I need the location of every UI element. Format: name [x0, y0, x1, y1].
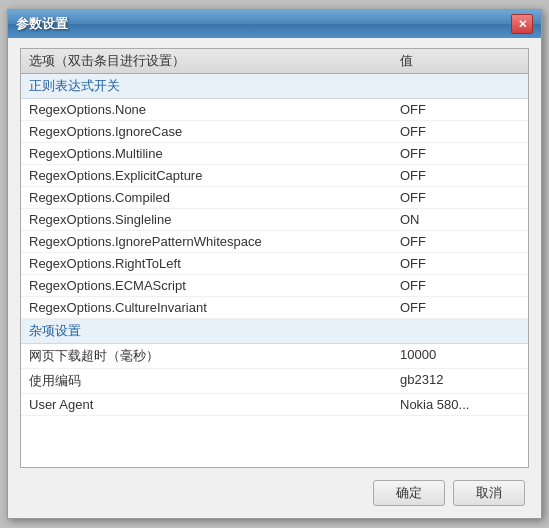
section-header-misc-section: 杂项设置	[21, 319, 528, 344]
table-row[interactable]: 网页下载超时（毫秒）10000	[21, 344, 528, 369]
close-button[interactable]: ✕	[511, 14, 533, 34]
value-cell: OFF	[400, 101, 520, 118]
cancel-button[interactable]: 取消	[453, 480, 525, 506]
value-cell: OFF	[400, 189, 520, 206]
option-cell: RegexOptions.RightToLeft	[29, 255, 400, 272]
value-cell: Nokia 580...	[400, 396, 520, 413]
table-row[interactable]: RegexOptions.CompiledOFF	[21, 187, 528, 209]
value-cell: gb2312	[400, 371, 520, 391]
table-row[interactable]: RegexOptions.MultilineOFF	[21, 143, 528, 165]
footer-buttons: 确定 取消	[20, 480, 529, 506]
window-title: 参数设置	[16, 15, 68, 33]
title-bar-controls: ✕	[511, 14, 533, 34]
option-cell: 网页下载超时（毫秒）	[29, 346, 400, 366]
table-row[interactable]: RegexOptions.CultureInvariantOFF	[21, 297, 528, 319]
value-cell: OFF	[400, 145, 520, 162]
settings-table: 选项（双击条目进行设置） 值 正则表达式开关RegexOptions.NoneO…	[20, 48, 529, 468]
main-window: 参数设置 ✕ 选项（双击条目进行设置） 值 正则表达式开关RegexOption…	[7, 9, 542, 519]
table-row[interactable]: RegexOptions.IgnorePatternWhitespaceOFF	[21, 231, 528, 253]
value-cell: ON	[400, 211, 520, 228]
option-cell: RegexOptions.None	[29, 101, 400, 118]
table-row[interactable]: RegexOptions.ECMAScriptOFF	[21, 275, 528, 297]
value-cell: OFF	[400, 277, 520, 294]
table-header: 选项（双击条目进行设置） 值	[21, 49, 528, 74]
option-cell: RegexOptions.ExplicitCapture	[29, 167, 400, 184]
table-row[interactable]: 使用编码gb2312	[21, 369, 528, 394]
table-row[interactable]: User AgentNokia 580...	[21, 394, 528, 416]
option-cell: RegexOptions.IgnoreCase	[29, 123, 400, 140]
option-cell: RegexOptions.Compiled	[29, 189, 400, 206]
table-row[interactable]: RegexOptions.ExplicitCaptureOFF	[21, 165, 528, 187]
table-body: 正则表达式开关RegexOptions.NoneOFFRegexOptions.…	[21, 74, 528, 416]
title-bar: 参数设置 ✕	[8, 10, 541, 38]
option-cell: RegexOptions.Multiline	[29, 145, 400, 162]
option-cell: RegexOptions.Singleline	[29, 211, 400, 228]
table-row[interactable]: RegexOptions.SinglelineON	[21, 209, 528, 231]
value-cell: OFF	[400, 299, 520, 316]
value-column-header: 值	[400, 52, 520, 70]
value-cell: OFF	[400, 255, 520, 272]
section-header-regex-section: 正则表达式开关	[21, 74, 528, 99]
table-row[interactable]: RegexOptions.IgnoreCaseOFF	[21, 121, 528, 143]
value-cell: 10000	[400, 346, 520, 366]
table-row[interactable]: RegexOptions.RightToLeftOFF	[21, 253, 528, 275]
option-cell: 使用编码	[29, 371, 400, 391]
value-cell: OFF	[400, 167, 520, 184]
table-row[interactable]: RegexOptions.NoneOFF	[21, 99, 528, 121]
window-content: 选项（双击条目进行设置） 值 正则表达式开关RegexOptions.NoneO…	[8, 38, 541, 518]
option-cell: RegexOptions.ECMAScript	[29, 277, 400, 294]
value-cell: OFF	[400, 123, 520, 140]
confirm-button[interactable]: 确定	[373, 480, 445, 506]
value-cell: OFF	[400, 233, 520, 250]
option-column-header: 选项（双击条目进行设置）	[29, 52, 400, 70]
option-cell: RegexOptions.CultureInvariant	[29, 299, 400, 316]
option-cell: User Agent	[29, 396, 400, 413]
option-cell: RegexOptions.IgnorePatternWhitespace	[29, 233, 400, 250]
